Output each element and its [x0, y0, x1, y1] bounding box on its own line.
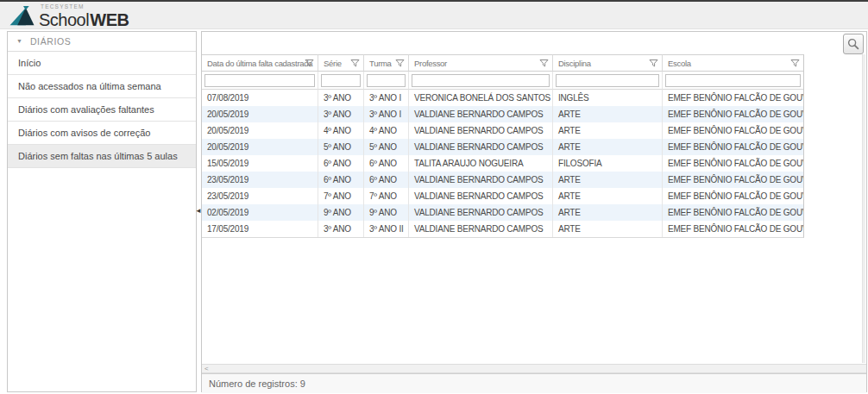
table-cell: EMEF BENÔNIO FALCÃO DE GOUVÊA: [663, 172, 803, 188]
table-cell: ARTE: [553, 172, 663, 188]
filter-funnel-icon[interactable]: [350, 59, 360, 68]
table-row[interactable]: 20/05/20195º ANO5º ANOVALDIANE BERNARDO …: [202, 139, 803, 155]
status-bar: Número de registros: 9: [202, 373, 866, 393]
filter-funnel-icon[interactable]: [305, 59, 314, 68]
table-cell: 6º ANO: [364, 155, 409, 172]
table-cell: EMEF BENÔNIO FALCÃO DE GOUVÊA: [663, 188, 803, 204]
table-cell: VALDIANE BERNARDO CAMPOS: [409, 188, 553, 204]
filter-input-professor[interactable]: [412, 74, 550, 87]
column-header-turma[interactable]: Turma: [364, 54, 409, 72]
grid-header-row: Data do última falta cadastrada Série Tu…: [202, 54, 803, 72]
table-cell: ARTE: [553, 106, 663, 122]
filter-input-escola[interactable]: [665, 74, 801, 87]
filter-funnel-icon[interactable]: [649, 59, 658, 68]
hscroll-left-arrow-icon[interactable]: <: [204, 365, 209, 372]
filter-cell: [202, 72, 318, 90]
table-cell: 3º ANO I: [364, 90, 409, 106]
search-button[interactable]: [843, 34, 864, 54]
filter-input-disciplina[interactable]: [556, 74, 659, 87]
sidebar-item-avisos-correcao[interactable]: Diários com avisos de correção: [8, 122, 196, 145]
column-header-disciplina[interactable]: Disciplina: [553, 54, 663, 72]
table-row[interactable]: 07/08/20193º ANO3º ANO IVERONICA BONELÁ …: [202, 90, 803, 106]
filter-funnel-icon[interactable]: [539, 59, 549, 68]
table-cell: ARTE: [553, 188, 663, 204]
column-label: Turma: [369, 59, 392, 68]
table-cell: 6º ANO: [318, 172, 364, 188]
sidebar-item-nao-acessados[interactable]: Não acessados na última semana: [8, 75, 196, 98]
table-row[interactable]: 20/05/20193º ANO3º ANO IVALDIANE BERNARD…: [202, 106, 803, 122]
column-label: Data do última falta cadastrada: [207, 59, 312, 68]
table-cell: VALDIANE BERNARDO CAMPOS: [409, 139, 553, 155]
horizontal-scrollbar[interactable]: <: [202, 364, 866, 373]
table-cell: VERONICA BONELÁ DOS SANTOS: [409, 90, 553, 106]
filter-funnel-icon[interactable]: [790, 59, 800, 68]
brand-name-secondary: WEB: [90, 10, 129, 29]
table-body: 07/08/20193º ANO3º ANO IVERONICA BONELÁ …: [202, 90, 803, 237]
brand-text: TECSYSTEM School WEB: [39, 4, 129, 28]
table-cell: 23/05/2019: [202, 188, 318, 204]
table-cell: 23/05/2019: [202, 172, 318, 188]
filter-input-data[interactable]: [204, 74, 315, 87]
table-cell: 6º ANO: [364, 172, 409, 188]
table-cell: EMEF BENÔNIO FALCÃO DE GOUVÊA: [663, 139, 803, 155]
sidebar-group-header[interactable]: ▼ DIÁRIOS: [8, 32, 196, 52]
table-cell: EMEF BENÔNIO FALCÃO DE GOUVÊA: [663, 106, 803, 122]
filter-funnel-icon[interactable]: [395, 59, 405, 68]
table-cell: 17/05/2019: [202, 221, 318, 237]
table-cell: EMEF BENÔNIO FALCÃO DE GOUVÊA: [663, 122, 803, 139]
table-cell: 7º ANO: [318, 188, 364, 204]
record-count: Número de registros: 9: [209, 378, 305, 389]
table-cell: 07/08/2019: [202, 90, 318, 106]
column-header-serie[interactable]: Série: [318, 54, 364, 72]
table-row[interactable]: 23/05/20196º ANO6º ANOVALDIANE BERNARDO …: [202, 172, 803, 188]
table-row[interactable]: 20/05/20194º ANO4º ANOVALDIANE BERNARDO …: [202, 122, 803, 139]
table-cell: 20/05/2019: [202, 122, 318, 139]
table-cell: EMEF BENÔNIO FALCÃO DE GOUVÊA: [663, 155, 803, 172]
brand-name-primary: School: [39, 10, 89, 29]
sidebar-item-avaliacoes-faltantes[interactable]: Diários com avaliações faltantes: [8, 98, 196, 122]
table-cell: 3º ANO: [318, 90, 364, 106]
filter-input-serie[interactable]: [321, 74, 361, 87]
sidebar-item-inicio[interactable]: Início: [8, 52, 196, 75]
grid-filter-row: [202, 72, 803, 90]
table-row[interactable]: 15/05/20196º ANO6º ANOTALITA ARAUJO NOGU…: [202, 155, 803, 172]
filter-cell: [553, 72, 663, 90]
table-row[interactable]: 02/05/20199º ANO9º ANOVALDIANE BERNARDO …: [202, 204, 803, 221]
column-label: Disciplina: [558, 59, 591, 68]
column-label: Professor: [414, 59, 447, 68]
table-cell: VALDIANE BERNARDO CAMPOS: [409, 172, 553, 188]
vertical-scrollbar[interactable]: [862, 54, 865, 363]
table-cell: FILOSOFIA: [553, 155, 663, 172]
table-cell: 9º ANO: [318, 204, 364, 221]
search-icon: [847, 38, 859, 50]
table-cell: 3º ANO: [318, 106, 364, 122]
table-cell: TALITA ARAUJO NOGUEIRA: [409, 155, 553, 172]
filter-cell: [409, 72, 553, 90]
table-cell: 15/05/2019: [202, 155, 318, 172]
brand-logo: TECSYSTEM School WEB: [9, 4, 129, 28]
records-grid: Data do última falta cadastrada Série Tu…: [202, 54, 804, 238]
table-row[interactable]: 17/05/20193º ANO3º ANO IIVALDIANE BERNAR…: [202, 221, 803, 237]
filter-input-turma[interactable]: [367, 74, 406, 87]
brand-name: School WEB: [39, 10, 129, 29]
column-header-data-ultima-falta[interactable]: Data do última falta cadastrada: [202, 54, 318, 72]
column-label: Série: [324, 59, 342, 68]
table-cell: INGLÊS: [553, 90, 663, 106]
column-header-professor[interactable]: Professor: [409, 54, 553, 72]
table-cell: 9º ANO: [364, 204, 409, 221]
table-cell: 4º ANO: [318, 122, 364, 139]
school-web-logo-icon: [9, 5, 36, 28]
table-cell: EMEF BENÔNIO FALCÃO DE GOUVÊA: [663, 204, 803, 221]
sidebar-item-sem-faltas[interactable]: Diários sem faltas nas últimas 5 aulas: [8, 145, 196, 168]
table-row[interactable]: 23/05/20197º ANO7º ANOVALDIANE BERNARDO …: [202, 188, 803, 204]
table-cell: ARTE: [553, 204, 663, 221]
column-header-escola[interactable]: Escola: [663, 54, 803, 72]
filter-cell: [663, 72, 803, 90]
collapse-arrow-icon[interactable]: ▼: [16, 38, 22, 44]
table-cell: 02/05/2019: [202, 204, 318, 221]
table-cell: VALDIANE BERNARDO CAMPOS: [409, 106, 553, 122]
table-cell: 3º ANO I: [364, 106, 409, 122]
table-cell: VALDIANE BERNARDO CAMPOS: [409, 122, 553, 139]
sidebar-group-title: DIÁRIOS: [30, 36, 71, 47]
table-cell: EMEF BENÔNIO FALCÃO DE GOUVÊA: [663, 221, 803, 237]
